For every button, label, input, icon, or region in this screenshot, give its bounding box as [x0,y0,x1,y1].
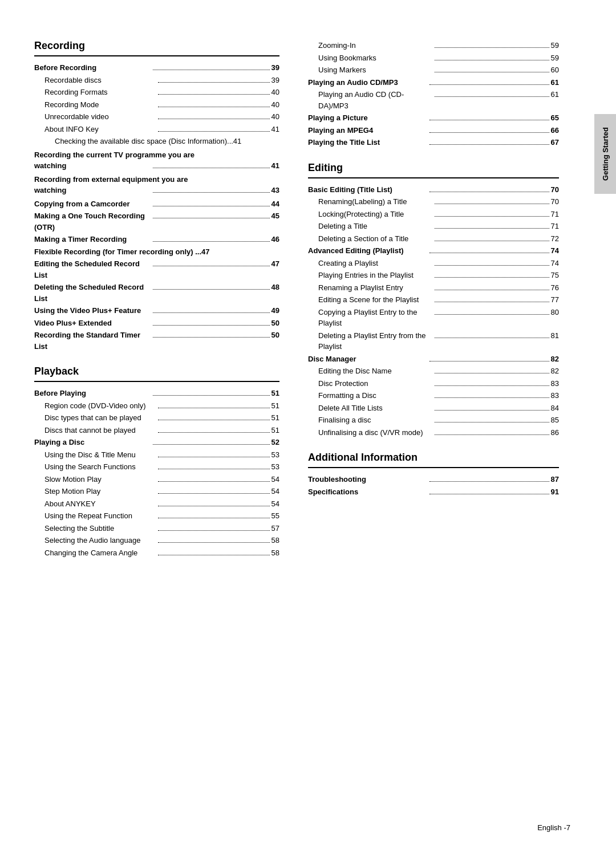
list-item: Using the Repeat Function 55 [34,510,279,522]
list-item: Using Bookmarks 59 [308,52,559,64]
list-item: Playing an Audio CD/MP3 61 [308,77,559,88]
list-item: Editing the Scheduled Record List 47 [34,258,279,281]
list-item: Disc types that can be played 51 [34,412,279,424]
list-item: Changing the Camera Angle 58 [34,547,279,559]
list-item: Step Motion Play 54 [34,486,279,497]
playback-divider [34,381,279,382]
list-item: About INFO Key 41 [34,124,279,135]
list-item: Finalising a disc 85 [308,415,559,426]
list-item: Specifications 91 [308,486,559,498]
list-item: Using the Video Plus+ Feature 49 [34,305,279,316]
additional-divider [308,467,559,468]
list-item: Recording the current TV programme you a… [34,149,279,172]
list-item: Zooming-In 59 [308,40,559,51]
list-item: Selecting the Subtitle 57 [34,523,279,534]
list-item: Playing the Title List 67 [308,137,559,148]
list-item: Editing a Scene for the Playlist 77 [308,294,559,306]
list-item: Basic Editing (Title List) 70 [308,184,559,196]
editing-title: Editing [308,162,559,174]
additional-section: Additional Information Troubleshooting 8… [308,452,559,497]
left-column: Recording Before Recording 39 Recordable… [34,34,297,815]
list-item: Playing an MPEG4 66 [308,125,559,136]
list-item: Using Markers 60 [308,64,559,76]
list-item: Deleting a Playlist Entry from the Playl… [308,330,559,352]
list-item: Troubleshooting 87 [308,474,559,485]
list-item: Delete All Title Lists 84 [308,403,559,414]
list-item: watching 43 [34,185,279,196]
footer: English -7 [537,823,570,832]
list-item: Deleting the Scheduled Record List 48 [34,282,279,304]
playback-continuation: Zooming-In 59 Using Bookmarks 59 Using M… [308,40,559,148]
side-tab: Getting Started [594,114,616,194]
list-item: Flexible Recording (for Timer recording … [34,246,279,258]
list-item: Copying from a Camcorder 44 [34,198,279,210]
list-item: Disc Protection 83 [308,378,559,389]
list-item: Selecting the Audio language 58 [34,535,279,546]
playback-section: Playback Before Playing 51 Region code (… [34,365,279,558]
list-item: Disc Manager 82 [308,354,559,365]
list-item: Making a Timer Recording 46 [34,234,279,245]
list-item: Using the Disc & Title Menu 53 [34,449,279,461]
list-item: Making a One Touch Recording (OTR) 45 [34,210,279,233]
list-item: Recording Mode 40 [34,99,279,111]
list-item: Creating a Playlist 74 [308,258,559,269]
list-item: Unrecordable video 40 [34,111,279,123]
recording-divider [34,55,279,56]
list-item: Video Plus+ Extended 50 [34,318,279,329]
list-item: Locking(Protecting) a Title 71 [308,209,559,220]
list-item: Checking the available disc space (Disc … [34,136,279,147]
list-item: About ANYKEY 54 [34,498,279,510]
list-item: Region code (DVD-Video only) 51 [34,400,279,412]
list-item: Slow Motion Play 54 [34,474,279,485]
list-item: Before Playing 51 [34,388,279,399]
side-tab-label: Getting Started [601,127,610,181]
page-container: Recording Before Recording 39 Recordable… [0,0,616,849]
editing-divider [308,177,559,178]
list-item: Recording the Standard Timer List 50 [34,330,279,352]
right-column: Zooming-In 59 Using Bookmarks 59 Using M… [297,34,559,815]
list-item: watching 41 [34,160,279,172]
recording-section: Recording Before Recording 39 Recordable… [34,40,279,352]
list-item: Before Recording 39 [34,62,279,74]
list-item: Playing Entries in the Playlist 75 [308,270,559,281]
list-item: Deleting a Title 71 [308,221,559,232]
list-item: Editing the Disc Name 82 [308,365,559,377]
list-item: Advanced Editing (Playlist) 74 [308,245,559,257]
editing-section: Editing Basic Editing (Title List) 70 Re… [308,162,559,438]
list-item: Unfinalising a disc (V/VR mode) 86 [308,427,559,438]
additional-title: Additional Information [308,452,559,464]
list-item: Playing a Picture 65 [308,112,559,124]
list-item: Recording Formats 40 [34,87,279,98]
list-item: Renaming a Playlist Entry 76 [308,282,559,294]
list-item: Deleting a Section of a Title 72 [308,233,559,245]
list-item: Discs that cannot be played 51 [34,425,279,436]
recording-title: Recording [34,40,279,52]
list-item: Renaming(Labeling) a Title 70 [308,196,559,208]
list-item: Recordable discs 39 [34,75,279,86]
playback-title: Playback [34,365,279,377]
list-item: Playing an Audio CD (CD-DA)/MP3 61 [308,89,559,111]
main-content: Recording Before Recording 39 Recordable… [34,34,593,815]
list-item: Recording from external equipment you ar… [34,174,279,196]
list-item: Playing a Disc 52 [34,437,279,448]
list-item: Using the Search Functions 53 [34,461,279,473]
list-item: Formatting a Disc 83 [308,390,559,401]
list-item: Copying a Playlist Entry to the Playlist… [308,307,559,329]
